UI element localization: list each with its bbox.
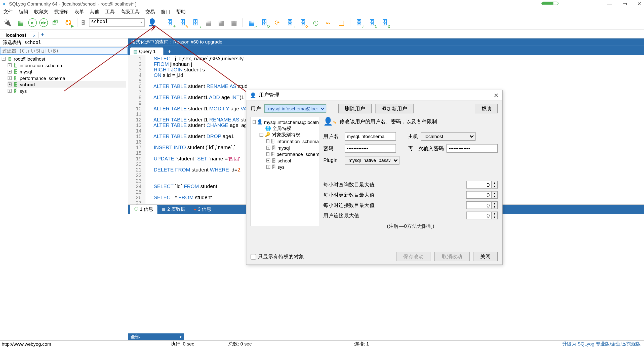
cancel-button[interactable]: 取消改动 <box>434 252 469 261</box>
user-selector[interactable]: mysql.infoschema@localhost <box>264 104 327 113</box>
close-button[interactable]: ✕ <box>637 1 641 7</box>
menu-tools[interactable]: 工具 <box>105 8 114 15</box>
result-tab-msg[interactable]: ●3 信息 <box>190 205 216 214</box>
spinner[interactable]: ▲▼ <box>492 191 498 199</box>
import-icon[interactable]: 🗄+ <box>285 17 295 28</box>
privilege-tree[interactable]: −👤mysql.infoschema@localhost 🌐全局特权 −🔑对象级… <box>251 117 319 226</box>
grid-tool-1-icon[interactable]: ▦ <box>203 17 214 28</box>
tree-db[interactable]: +🗄information_schema <box>8 62 126 69</box>
expand-icon[interactable]: − <box>2 57 6 61</box>
db-action-1-icon[interactable]: 🗄✓ <box>354 17 364 28</box>
menu-powertools[interactable]: 高级工具 <box>120 8 139 15</box>
db-tool-3-icon[interactable]: 🗄↓ <box>190 17 201 28</box>
statusbar: http://www.webyog.com 执行: 0 sec 总数: 0 se… <box>0 340 644 347</box>
expand-icon[interactable]: + <box>8 70 12 73</box>
expand-icon[interactable]: + <box>8 76 12 80</box>
password2-input[interactable] <box>447 144 498 153</box>
menu-edit[interactable]: 编辑 <box>19 8 28 15</box>
limit-input[interactable] <box>466 201 492 209</box>
copy-db-icon[interactable]: ▫▫ <box>323 17 334 28</box>
refresh-schema-icon[interactable]: ⟳ <box>272 17 282 28</box>
tree-db[interactable]: +🗄sys <box>8 88 126 94</box>
user-form: 👤✎ 修改该用户的用户名、密码，以及各种限制 用户名 密码 Pluginmysq… <box>323 117 498 230</box>
menu-database[interactable]: 数据库 <box>54 8 68 15</box>
db-tool-2-icon[interactable]: 🗄✎ <box>178 17 188 28</box>
maximize-button[interactable]: ▭ <box>622 1 627 7</box>
spinner[interactable]: ▲▼ <box>492 181 498 189</box>
close-tab-icon[interactable]: × <box>33 33 36 38</box>
filter-input[interactable] <box>0 47 128 55</box>
menu-transactions[interactable]: 交易 <box>145 8 155 15</box>
toolbar: 🔌 ▦+ ▶ ▶▶ 🗊 🗘▶ 🗄 school 👤 🗄+ 🗄✎ 🗄↓ ▦ ▦ ▦… <box>0 15 644 30</box>
user-manager-icon[interactable]: 👤 <box>147 17 157 28</box>
help-button[interactable]: 帮助 <box>475 104 498 113</box>
host-selector[interactable]: localhost <box>421 132 476 141</box>
menu-help[interactable]: 帮助 <box>176 8 185 15</box>
limit-label: 每小时更新数目最大值 <box>323 191 383 199</box>
username-input[interactable] <box>345 132 396 141</box>
menu-other[interactable]: 其他 <box>90 8 99 15</box>
save-button[interactable]: 保存改动 <box>396 252 431 261</box>
database-selector[interactable]: school <box>89 18 145 27</box>
db-action-2-icon[interactable]: 🗄↻ <box>367 17 377 28</box>
expand-icon[interactable]: + <box>8 82 12 86</box>
result-tab-data[interactable]: ▦2 表数据 <box>157 205 190 214</box>
tree-server[interactable]: − 🖥 root@localhost <box>2 56 126 62</box>
info-icon: ⓘ <box>134 206 138 212</box>
add-query-tab[interactable]: + <box>164 48 176 55</box>
status-exec: 执行: 0 sec <box>171 341 194 347</box>
grid-tool-3-icon[interactable]: ▦ <box>229 17 239 28</box>
export-icon[interactable]: ▦↗ <box>246 17 257 28</box>
password-input[interactable] <box>345 144 396 153</box>
menu-favorites[interactable]: 收藏夹 <box>34 8 48 15</box>
limit-input[interactable] <box>466 181 492 189</box>
menu-file[interactable]: 文件 <box>4 8 13 15</box>
refresh-icon[interactable]: 🗘▶ <box>63 17 74 28</box>
limit-input[interactable] <box>466 212 492 220</box>
tree-db-active[interactable]: +🗄school <box>8 81 126 88</box>
db-action-3-icon[interactable]: 🗄⚙ <box>379 17 390 28</box>
host-label: 主机 <box>408 133 421 140</box>
execute-icon[interactable]: ▶ <box>28 18 37 27</box>
dot-icon: ● <box>194 207 196 211</box>
new-query-icon[interactable]: ▦+ <box>15 17 26 28</box>
dialog-titlebar: 👤 用户管理 ✕ <box>246 90 502 101</box>
close-button[interactable]: 关闭 <box>473 252 498 261</box>
format-icon[interactable]: 🗊 <box>51 17 61 28</box>
menu-window[interactable]: 窗口 <box>161 8 170 15</box>
plugin-selector[interactable]: mysql_native_password <box>345 156 399 165</box>
grid-tool-2-icon[interactable]: ▦ <box>216 17 226 28</box>
new-connection-icon[interactable]: 🔌 <box>3 17 13 28</box>
spinner[interactable]: ▲▼ <box>492 201 498 209</box>
tree-db[interactable]: +🗄mysql <box>8 68 126 75</box>
add-connection-tab[interactable]: + <box>38 31 47 38</box>
tree-db[interactable]: +🗄performance_schema <box>8 75 126 81</box>
expand-icon[interactable]: + <box>8 89 12 93</box>
execute-all-icon[interactable]: ▶▶ <box>39 18 48 27</box>
schema-tree[interactable]: − 🖥 root@localhost +🗄information_schema … <box>0 55 128 345</box>
db-tool-1-icon[interactable]: 🗄+ <box>165 17 175 28</box>
upgrade-hint[interactable]: 格式化选中的查询：Reason #60 to upgrade <box>128 38 644 46</box>
sync-db-icon[interactable]: 🗄⟳ <box>259 17 269 28</box>
database-icon: 🗄 <box>271 139 275 144</box>
result-filter[interactable]: 全部 <box>128 333 184 340</box>
schedule-icon[interactable]: ◷ <box>310 17 321 28</box>
connection-tab-localhost[interactable]: localhost × <box>2 32 39 38</box>
spinner[interactable]: ▲▼ <box>492 212 498 220</box>
add-user-button[interactable]: 添加新用户 <box>375 104 414 113</box>
query-tab-1[interactable]: ▤ Query 1 <box>130 48 164 55</box>
titlebar: ✦ SQLyog Community 64 - [localhost/schoo… <box>0 0 644 8</box>
result-tab-info[interactable]: ⓘ1 信息 <box>130 205 157 214</box>
limit-input[interactable] <box>466 191 492 199</box>
dialog-close-icon[interactable]: ✕ <box>494 92 499 99</box>
expand-icon[interactable]: + <box>8 63 12 67</box>
diff-icon[interactable]: ▥ <box>336 17 346 28</box>
show-privileged-only-checkbox[interactable]: 只显示有特权的对象 <box>251 253 304 260</box>
delete-user-button[interactable]: 删除用户 <box>338 104 372 113</box>
minimize-button[interactable]: — <box>607 1 612 7</box>
backup-icon[interactable]: 🗄⟳ <box>298 17 308 28</box>
upgrade-link[interactable]: 升级为 SQLyog 专业版/企业版/旗舰版 <box>562 341 641 347</box>
window-title: SQLyog Community 64 - [localhost/school … <box>9 1 137 6</box>
database-icon: 🗄 <box>272 158 276 163</box>
menu-table[interactable]: 表单 <box>74 8 84 15</box>
